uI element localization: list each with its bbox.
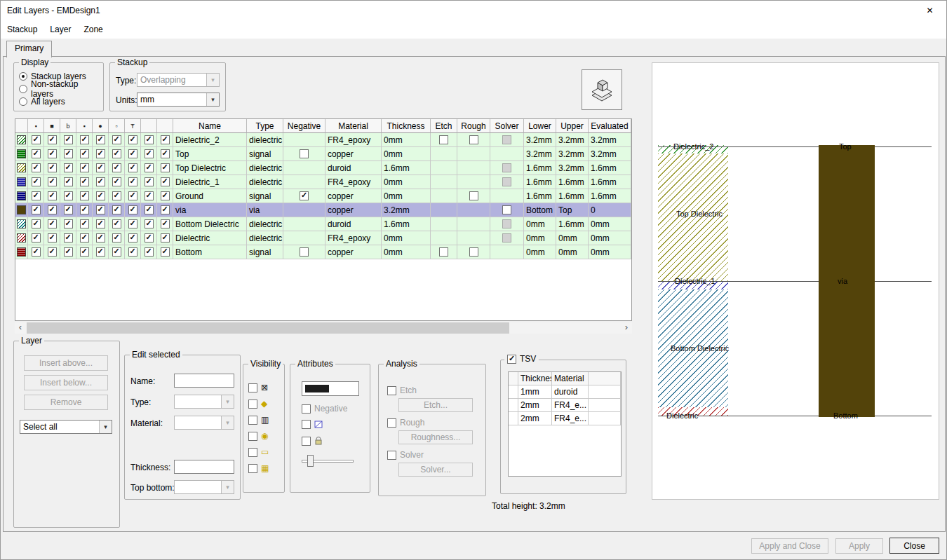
checkbox[interactable] xyxy=(300,247,309,257)
checkbox[interactable] xyxy=(161,149,170,158)
checkbox[interactable] xyxy=(145,219,154,228)
checkbox[interactable] xyxy=(439,135,448,144)
checkbox[interactable] xyxy=(80,135,89,144)
checkbox[interactable] xyxy=(96,191,105,200)
checkbox[interactable] xyxy=(48,149,57,158)
checkbox[interactable] xyxy=(112,247,121,257)
checkbox[interactable] xyxy=(469,191,478,200)
close-button-footer[interactable]: Close xyxy=(889,538,939,554)
checkbox[interactable] xyxy=(248,432,257,441)
checkbox[interactable] xyxy=(64,177,73,186)
checkbox[interactable] xyxy=(80,177,89,186)
checkbox[interactable] xyxy=(145,163,154,172)
units-select[interactable]: mm ▾ xyxy=(137,93,220,107)
checkbox[interactable] xyxy=(128,149,137,158)
checkbox[interactable] xyxy=(32,219,41,228)
checkbox[interactable] xyxy=(112,177,121,186)
checkbox[interactable] xyxy=(80,219,89,228)
checkbox[interactable] xyxy=(80,247,89,257)
checkbox[interactable] xyxy=(248,464,257,473)
tab-primary[interactable]: Primary xyxy=(6,41,52,57)
checkbox[interactable] xyxy=(128,177,137,186)
checkbox[interactable] xyxy=(112,149,121,158)
roughness-button[interactable]: Roughness... xyxy=(398,430,473,444)
table-row-bottom[interactable]: Bottomsignalcopper0mm0mm0mm0mm xyxy=(15,245,631,259)
checkbox[interactable] xyxy=(48,191,57,200)
checkbox[interactable] xyxy=(502,205,511,214)
checkbox[interactable] xyxy=(161,135,170,144)
checkbox[interactable] xyxy=(128,191,137,200)
checkbox[interactable] xyxy=(64,233,73,243)
layer-select-dropdown[interactable]: Select all ▾ xyxy=(20,420,112,434)
checkbox[interactable] xyxy=(96,163,105,172)
top-bottom-select[interactable]: ▾ xyxy=(174,480,234,494)
checkbox[interactable] xyxy=(469,247,478,257)
checkbox[interactable] xyxy=(96,135,105,144)
solver-button[interactable]: Solver... xyxy=(398,463,473,477)
table-row-dielectric_2[interactable]: Dielectric_2dielectricFR4_epoxy0mm3.2mm3… xyxy=(15,133,631,147)
table-row-via[interactable]: viaviacopper3.2mmBottomTop0 xyxy=(15,203,631,217)
name-input[interactable] xyxy=(174,374,234,388)
view-3d-button[interactable] xyxy=(582,69,622,110)
checkbox[interactable] xyxy=(128,247,137,257)
checkbox[interactable] xyxy=(48,177,57,186)
checkbox[interactable] xyxy=(300,149,309,158)
checkbox[interactable] xyxy=(145,191,154,200)
negative-checkbox[interactable] xyxy=(302,404,311,414)
horizontal-scrollbar[interactable]: ‹ › xyxy=(15,322,632,334)
close-button[interactable]: ✕ xyxy=(914,1,946,20)
checkbox[interactable] xyxy=(80,233,89,243)
checkbox[interactable] xyxy=(128,233,137,243)
table-row-ground[interactable]: Groundsignalcopper0mm1.6mm1.6mm1.6mm xyxy=(15,189,631,203)
checkbox[interactable] xyxy=(96,219,105,228)
tsv-row[interactable]: 2mmFR4_e... xyxy=(509,412,621,425)
menu-item-stackup[interactable]: Stackup xyxy=(1,21,43,38)
checkbox[interactable] xyxy=(80,163,89,172)
checkbox[interactable] xyxy=(161,163,170,172)
checkbox[interactable] xyxy=(32,233,41,243)
checkbox[interactable] xyxy=(161,191,170,200)
checkbox[interactable] xyxy=(112,219,121,228)
checkbox[interactable] xyxy=(145,247,154,257)
checkbox[interactable] xyxy=(96,149,105,158)
checkbox[interactable] xyxy=(145,233,154,243)
checkbox[interactable] xyxy=(128,205,137,214)
checkbox[interactable] xyxy=(248,399,257,409)
checkbox[interactable] xyxy=(32,177,41,186)
tsv-checkbox[interactable] xyxy=(507,355,516,364)
checkbox[interactable] xyxy=(112,163,121,172)
checkbox[interactable] xyxy=(64,163,73,172)
checkbox[interactable] xyxy=(64,135,73,144)
tsv-toggle[interactable]: TSV xyxy=(504,354,539,364)
checkbox[interactable] xyxy=(32,247,41,257)
checkbox[interactable] xyxy=(161,247,170,257)
hatch-display-checkbox[interactable] xyxy=(302,420,311,429)
checkbox[interactable] xyxy=(128,163,137,172)
slider-thumb[interactable] xyxy=(307,455,314,467)
checkbox[interactable] xyxy=(469,135,478,144)
scroll-right-icon[interactable]: › xyxy=(621,322,632,334)
checkbox[interactable] xyxy=(161,205,170,214)
checkbox[interactable] xyxy=(48,247,57,257)
rough-checkbox[interactable] xyxy=(387,418,396,428)
scroll-left-icon[interactable]: ‹ xyxy=(15,322,26,334)
checkbox[interactable] xyxy=(112,233,121,243)
checkbox[interactable] xyxy=(161,233,170,243)
checkbox[interactable] xyxy=(439,247,448,257)
checkbox[interactable] xyxy=(64,219,73,228)
checkbox[interactable] xyxy=(32,191,41,200)
checkbox[interactable] xyxy=(112,205,121,214)
checkbox[interactable] xyxy=(32,163,41,172)
menu-item-layer[interactable]: Layer xyxy=(43,21,77,38)
checkbox[interactable] xyxy=(64,149,73,158)
checkbox[interactable] xyxy=(80,205,89,214)
checkbox[interactable] xyxy=(96,233,105,243)
checkbox[interactable] xyxy=(112,135,121,144)
apply-button[interactable]: Apply xyxy=(835,538,883,554)
checkbox[interactable] xyxy=(145,135,154,144)
table-row-bottom-dielectric[interactable]: Bottom Dielectricdielectricduroid1.6mm0m… xyxy=(15,217,631,231)
type-select[interactable]: ▾ xyxy=(174,395,234,409)
checkbox[interactable] xyxy=(48,163,57,172)
remove-button[interactable]: Remove xyxy=(24,395,108,410)
checkbox[interactable] xyxy=(64,191,73,200)
